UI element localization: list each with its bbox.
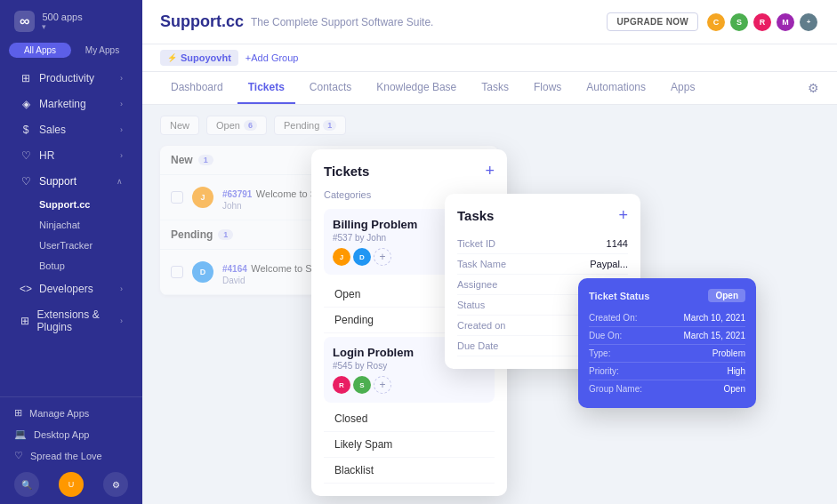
developers-chevron: › [120,284,123,293]
pending-section-title: Pending 1 [171,228,233,241]
marketing-chevron: › [120,100,123,108]
tab-contacts[interactable]: Contacts [299,72,362,104]
header: Support.cc The Complete Support Software… [142,0,837,44]
tab-my-apps[interactable]: My Apps [71,43,133,58]
cat-add-avatar[interactable]: + [374,248,391,266]
cat-item-likely-spam[interactable]: Likely Spam [324,432,495,458]
tab-flows[interactable]: Flows [523,72,572,104]
sales-chevron: › [120,125,123,134]
main-content: Support.cc The Complete Support Software… [142,0,837,504]
tab-all-apps[interactable]: All Apps [9,43,71,58]
marketing-icon: ◈ [20,98,32,110]
hr-icon: ♡ [20,149,32,162]
sub-header: ⚡ Supoyovht +Add Group [142,44,837,72]
sidebar-logo: ∞ 500 apps ▾ [0,0,142,37]
search-bottom-icon[interactable]: 🔍 [14,472,39,497]
cat-item-closed[interactable]: Closed [324,406,495,432]
desktop-app-link[interactable]: 💻 Desktop App [14,426,128,443]
group-tag-icon: ⚡ [167,53,177,62]
cat-avatar-4: S [353,376,371,394]
status-panel: Ticket Status Open Created On: March 10,… [578,278,756,408]
avatar-r: R [752,12,773,33]
tasks-panel-title: Tasks [457,208,494,223]
cat-avatar-1: J [333,248,350,266]
sidebar-item-marketing[interactable]: ◈ Marketing › [5,92,137,116]
extensions-icon: ⊞ [20,315,30,327]
add-group-button[interactable]: +Add Group [245,52,299,63]
sidebar-item-support[interactable]: ♡ Support ∧ [5,169,137,194]
sidebar-item-support-cc[interactable]: Support.cc [5,195,137,214]
avatar-group: C S R M + [705,12,819,33]
avatar-m: M [775,12,796,33]
sidebar-item-developers[interactable]: <> Developers › [5,276,137,301]
desktop-app-icon: 💻 [14,428,27,440]
tab-tickets[interactable]: Tickets [237,72,295,104]
sidebar-item-hr[interactable]: ♡ HR › [5,143,137,168]
hr-chevron: › [120,151,123,160]
filter-pending-button[interactable]: Pending 1 [274,116,346,135]
upgrade-button[interactable]: UPGRADE NOW [607,12,698,31]
ticket-checkbox[interactable] [171,191,183,204]
support-icon: ♡ [20,175,32,188]
tab-apps[interactable]: Apps [660,72,705,104]
manage-apps-link[interactable]: ⊞ Manage Apps [14,404,128,421]
ticket-avatar: J [192,187,213,208]
spread-love-link[interactable]: ♡ Spread the Love [14,447,128,464]
cat-item-blacklist[interactable]: Blacklist [324,458,495,484]
sales-icon: $ [20,124,32,136]
ticket-checkbox-2[interactable] [171,266,183,278]
sidebar-nav: ⊞ Productivity › ◈ Marketing › $ Sales › [0,65,142,396]
tasks-panel-add[interactable]: + [618,206,628,225]
settings-bottom-icon[interactable]: ⚙ [103,472,128,497]
sidebar-item-sales[interactable]: $ Sales › [5,117,137,142]
filter-open-button[interactable]: Open 6 [206,116,267,135]
sidebar-item-botup[interactable]: Botup [5,256,137,276]
apps-count-label: 500 apps [42,12,82,22]
developers-icon: <> [20,283,32,295]
tab-knowledge-base[interactable]: Knowledge Base [366,72,467,104]
tasks-row-task-name: Task Name Paypal... [457,254,628,275]
status-row-priority: Priority: High [589,363,745,380]
status-row-due-on: Due On: March 15, 2021 [589,327,745,345]
avatar-c: C [705,12,727,33]
support-chevron: ∧ [117,177,123,186]
new-section-title: New 1 [171,154,213,166]
cat-avatar-2: D [353,248,371,266]
sidebar-item-ninjachat[interactable]: Ninjachat [5,215,137,235]
app-subtitle: The Complete Support Software Suite. [251,16,433,28]
productivity-icon: ⊞ [20,72,32,84]
extensions-chevron: › [120,316,123,325]
sidebar-bottom: ⊞ Manage Apps 💻 Desktop App ♡ Spread the… [0,396,142,504]
avatar-more: + [798,12,819,33]
content-area: New Open 6 Pending 1 New 1 [142,105,837,504]
tab-tasks[interactable]: Tasks [471,72,519,104]
logo-icon: ∞ [14,11,35,32]
productivity-chevron: › [120,74,123,83]
status-row-created-on: Created On: March 10, 2021 [589,309,745,327]
manage-apps-icon: ⊞ [14,407,22,419]
tickets-panel-add[interactable]: + [485,162,495,180]
sidebar-item-extensions[interactable]: ⊞ Extensions & Plugins › [5,302,137,340]
cat-add-avatar-2[interactable]: + [374,376,391,394]
group-tag[interactable]: ⚡ Supoyovht [160,50,238,66]
settings-icon[interactable]: ⚙ [808,81,819,95]
avatar-s: S [728,12,750,33]
tasks-row-ticket-id: Ticket ID 1144 [457,234,628,254]
status-open-badge: Open [708,289,745,302]
status-panel-title: Ticket Status [589,291,649,301]
sidebar: ∞ 500 apps ▾ All Apps My Apps ⊞ Producti… [0,0,142,504]
sidebar-item-usertracker[interactable]: UserTracker [5,236,137,255]
filter-new-button[interactable]: New [160,116,199,135]
tab-automations[interactable]: Automations [575,72,656,104]
status-row-group-name: Group Name: Open [589,380,745,397]
ticket-avatar-2: D [192,261,213,283]
sidebar-item-productivity[interactable]: ⊞ Productivity › [5,66,137,91]
apps-chevron: ▾ [42,22,82,31]
app-title: Support.cc [160,12,244,31]
spread-love-icon: ♡ [14,450,23,461]
tickets-panel-title: Tickets [324,164,369,179]
cat-avatar-3: R [333,376,350,394]
sidebar-tabs: All Apps My Apps [9,43,133,58]
tab-dashboard[interactable]: Dashboard [160,72,234,104]
user-avatar-icon[interactable]: U [59,472,84,497]
